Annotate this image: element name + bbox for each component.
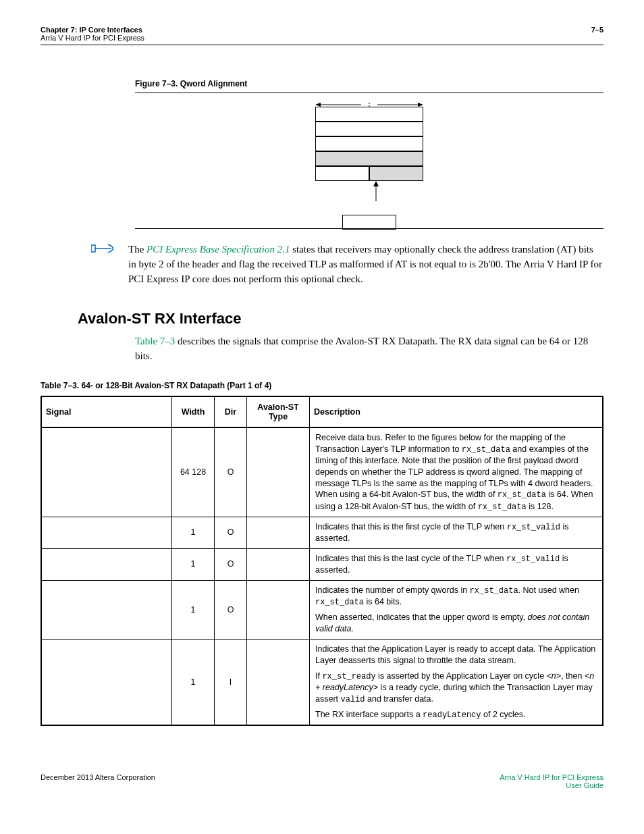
col-desc: Description [310, 396, 603, 427]
double-arrow-icon [315, 100, 423, 107]
section-heading: Avalon-ST RX Interface [78, 310, 603, 328]
table-row: 1 O Indicates that this is the first cyc… [41, 517, 603, 548]
table-ref-link[interactable]: Table 7–3 [135, 336, 175, 346]
spec-link[interactable]: PCI Express Base Specification 2.1 [146, 244, 290, 255]
table-caption: Table 7–3. 64- or 128-Bit Avalon-ST RX D… [41, 381, 603, 390]
header-pagenum: 7–5 [591, 26, 603, 42]
col-avtype: Avalon-ST Type [247, 396, 310, 427]
footer-doc-link2[interactable]: User Guide [500, 781, 603, 789]
col-signal: Signal [41, 396, 172, 427]
desc-cell: Indicates that the Application Layer is … [310, 640, 603, 726]
page-header: Chapter 7: IP Core Interfaces Arria V Ha… [41, 26, 603, 45]
svg-rect-7 [91, 245, 95, 252]
header-chapter: Chapter 7: IP Core Interfaces [41, 26, 144, 34]
up-arrow-icon [373, 181, 379, 204]
col-dir: Dir [215, 396, 247, 427]
desc-cell: Indicates that this is the last cycle of… [310, 548, 603, 580]
desc-cell: Receive data bus. Refer to the figures b… [310, 427, 603, 517]
note-text: The PCI Express Base Specification 2.1 s… [128, 242, 603, 286]
col-width: Width [172, 396, 215, 427]
figure-diagram [135, 93, 603, 228]
note-hand-icon [88, 242, 118, 286]
svg-marker-6 [373, 181, 379, 186]
footer-left: December 2013 Altera Corporation [41, 773, 155, 789]
table-row: 64 128 O Receive data bus. Refer to the … [41, 427, 603, 517]
section-body: Table 7–3 describes the signals that com… [135, 334, 603, 364]
desc-cell: Indicates the number of empty qwords in … [310, 580, 603, 639]
header-subtitle: Arria V Hard IP for PCI Express [41, 34, 144, 42]
page-footer: December 2013 Altera Corporation Arria V… [41, 773, 603, 789]
table-row: 1 O Indicates that this is the last cycl… [41, 548, 603, 580]
footer-doc-link[interactable]: Arria V Hard IP for PCI Express [500, 773, 603, 781]
table-row: 1 I Indicates that the Application Layer… [41, 640, 603, 726]
table-header-row: Signal Width Dir Avalon-ST Type Descript… [41, 396, 603, 427]
table-row: 1 O Indicates the number of empty qwords… [41, 580, 603, 639]
desc-cell: Indicates that this is the first cycle o… [310, 517, 603, 548]
datapath-table: Signal Width Dir Avalon-ST Type Descript… [41, 396, 603, 727]
note-block: The PCI Express Base Specification 2.1 s… [88, 242, 603, 286]
figure-caption: Figure 7–3. Qword Alignment [135, 79, 603, 88]
